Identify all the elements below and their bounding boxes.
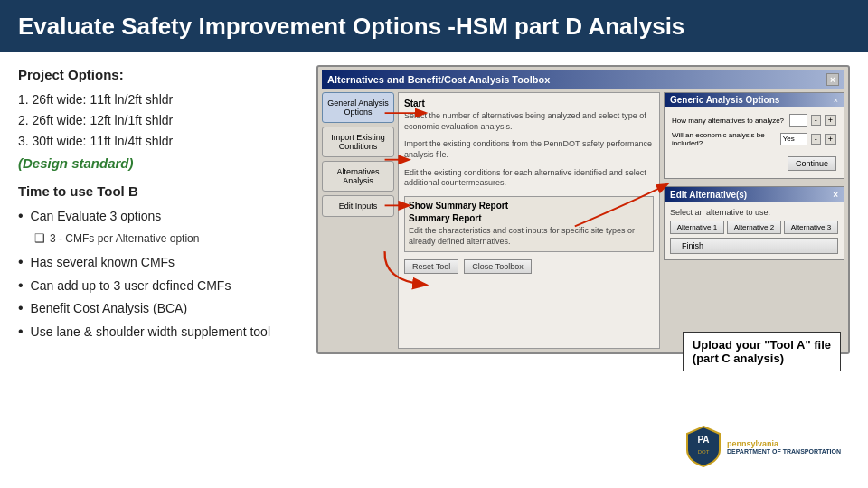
dialog-nav: General Analysis Options Import Existing… [322,92,394,349]
alt-buttons-row: Alternative 1 Alternative 2 Alternative … [670,221,838,234]
start-label: Start [404,99,654,108]
alternative-1-button[interactable]: Alternative 1 [670,221,724,234]
pa-shield-icon: PA DOT [685,425,722,468]
project-options-title: Project Options: [18,65,298,85]
econ-minus[interactable]: - [811,134,821,145]
cmf-checkbox: 3 - CMFs per Alternative option [34,230,298,248]
continue-button[interactable]: Continue [788,156,836,171]
design-standard: (Design standard) [18,154,298,174]
how-many-label: How many alternatives to analyze? [672,117,786,125]
upload-tooltip: Upload your "Tool A" file (part C analys… [683,332,841,371]
dialog-title-bar: Alternatives and Benefit/Cost Analysis T… [322,70,844,89]
nav-general-analysis[interactable]: General Analysis Options [322,92,394,123]
minus-btn[interactable]: - [811,115,821,126]
upload-line2: (part C analysis) [693,352,831,365]
option-2: 2. 26ft wide: 12ft ln/1ft shldr [18,111,298,129]
bullet-4: Benefit Cost Analysis (BCA) [18,299,298,318]
close-toolbox-button[interactable]: Close Toolbox [464,259,531,274]
bullet-list-2: Has several known CMFs Can add up to 3 u… [18,253,298,342]
svg-text:DOT: DOT [698,449,710,455]
options-list: 1. 26ft wide: 11ft ln/2ft shldr 2. 26ft … [18,90,298,174]
tool-b-section: Time to use Tool B Can Evaluate 3 option… [18,182,298,342]
finish-button[interactable]: Finish [670,238,838,254]
left-panel: Project Options: 1. 26ft wide: 11ft ln/2… [18,65,298,475]
bullet-2: Has several known CMFs [18,253,298,272]
show-summary-section: Show Summary Report Summary Report Edit … [404,196,654,251]
main-content: Project Options: 1. 26ft wide: 11ft ln/2… [0,52,868,488]
dialog-close-button[interactable]: × [826,73,839,86]
dialog-body: General Analysis Options Import Existing… [322,92,844,349]
start-text: Select the number of alternatives being … [404,111,654,132]
alternative-3-button[interactable]: Alternative 3 [784,221,838,234]
alternatives-text: Edit the existing conditions for each al… [404,168,654,189]
alternative-2-button[interactable]: Alternative 2 [727,221,781,234]
econ-plus[interactable]: + [825,134,836,145]
reset-tool-button[interactable]: Reset Tool [404,259,458,274]
option-3: 3. 30ft wide: 11ft ln/4ft shldr [18,132,298,150]
edit-alternatives-title-bar: Edit Alternative(s) × [665,187,844,202]
select-alt-label: Select an alternative to use: [670,208,838,217]
economic-value: Yes [780,133,807,145]
bullet-5: Use lane & shoulder width supplement too… [18,323,298,342]
nav-edit-inputs[interactable]: Edit Inputs [322,195,394,217]
summary-report-label: Summary Report [409,213,649,223]
nav-import-conditions[interactable]: Import Existing Conditions [322,127,394,157]
generic-options-close[interactable]: × [834,96,838,105]
option-1: 1. 26ft wide: 11ft ln/2ft shldr [18,90,298,108]
show-summary-label: Show Summary Report [409,201,649,211]
page-header: Evaluate Safety Improvement Options -HSM… [0,0,868,52]
bullet-1: Can Evaluate 3 options [18,207,298,226]
svg-text:PA: PA [697,435,709,445]
summary-text: Edit the characteristics and cost inputs… [409,226,649,247]
padot-line2: DEPARTMENT OF TRANSPORTATION [727,448,841,455]
padot-line1: pennsylvania [727,439,841,448]
right-panel: Alternatives and Benefit/Cost Analysis T… [316,65,850,475]
padot-text-block: pennsylvania DEPARTMENT OF TRANSPORTATIO… [727,439,841,455]
bullet-3: Can add up to 3 user defined CMFs [18,277,298,296]
nav-alternatives-analysis[interactable]: Alternatives Analysis [322,161,394,192]
edit-alt-close[interactable]: × [833,190,838,200]
alternatives-section: Edit the existing conditions for each al… [404,168,654,189]
padot-logo: PA DOT pennsylvania DEPARTMENT OF TRANSP… [685,425,841,468]
start-section: Start Select the number of alternatives … [404,99,654,132]
dialog-title: Alternatives and Benefit/Cost Analysis T… [327,74,550,85]
economic-label: Will an economic analysis be included? [672,131,777,147]
main-dialog: Alternatives and Benefit/Cost Analysis T… [316,65,850,354]
import-text: Import the existing conditions from the … [404,139,654,160]
generic-options-title: Generic Analysis Options [670,95,779,105]
edit-alternatives-body: Select an alternative to use: Alternativ… [665,202,844,259]
bullet-list: Can Evaluate 3 options [18,207,298,226]
plus-btn[interactable]: + [825,115,836,126]
page-title: Evaluate Safety Improvement Options -HSM… [18,13,684,41]
edit-alternatives-title: Edit Alternative(s) [670,190,747,200]
upload-line1: Upload your "Tool A" file [693,338,831,352]
tool-b-title: Time to use Tool B [18,182,298,202]
import-section: Import the existing conditions from the … [404,139,654,160]
dialog-main-area: Start Select the number of alternatives … [398,92,660,349]
